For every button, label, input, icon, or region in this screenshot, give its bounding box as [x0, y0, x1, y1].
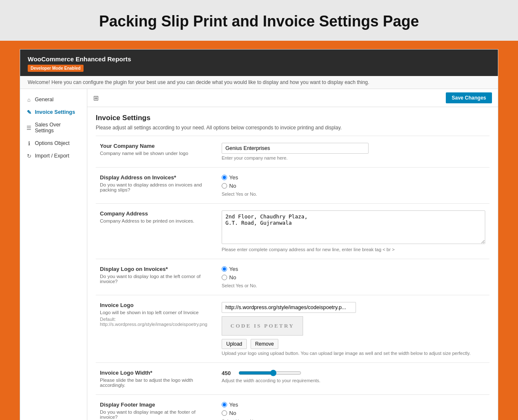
info-icon: ℹ: [26, 140, 32, 146]
sidebar: ⌂ General ✎ Invoice Settings ☰ Sales Ove…: [20, 89, 87, 420]
field-label-invoice-logo: Invoice Logo: [100, 302, 213, 308]
field-label-display-address: Display Address on Invoices*: [100, 174, 213, 181]
field-label-company-name: Your Company Name: [100, 143, 213, 149]
table-row: Invoice Logo Width* Please slide the bar…: [96, 363, 489, 395]
field-label-company-address: Company Address: [100, 210, 213, 217]
field-desc-logo-width: Please slide the bar to adjust the logo …: [100, 378, 213, 388]
radio-logo-no-input[interactable]: [222, 275, 227, 280]
radio-group-display-logo: Yes No: [222, 266, 485, 281]
sidebar-item-invoice-settings[interactable]: ✎ Invoice Settings: [20, 106, 87, 118]
field-hint-display-logo: Select Yes or No.: [222, 283, 485, 288]
bars-icon: ☰: [26, 125, 32, 131]
table-row: Display Footer Image Do you want to disp…: [96, 395, 489, 420]
table-row: Display Address on Invoices* Do you want…: [96, 168, 489, 204]
field-hint-invoice-logo: Upload your logo using upload button. Yo…: [222, 351, 485, 356]
field-desc-company-name: Company name will be shown under logo: [100, 151, 213, 156]
field-desc-footer-image: Do you want to display image at the foot…: [100, 410, 213, 420]
company-address-textarea[interactable]: 2nd Floor, Chaudhry Plaza, G.T. Road, Gu…: [222, 210, 485, 244]
field-label-logo-width: Invoice Logo Width*: [100, 370, 213, 376]
field-hint-company-address: Please enter complete company address an…: [222, 247, 485, 252]
house-icon: ⌂: [26, 97, 32, 102]
logo-width-slider[interactable]: [238, 370, 301, 376]
field-desc-company-address: Company Address to be printed on invoice…: [100, 218, 213, 223]
company-name-input[interactable]: [222, 143, 369, 154]
page-title: Packing Slip Print and Invoice Settings …: [8, 13, 510, 30]
sidebar-label-general: General: [35, 97, 53, 102]
radio-no-label: No: [229, 183, 236, 189]
orange-bar: WooCommerce Enhanced Reports Developer M…: [0, 41, 518, 420]
sidebar-item-general[interactable]: ⌂ General: [20, 93, 87, 106]
welcome-bar: Welcome! Here you can configure the plug…: [20, 76, 498, 89]
field-label-display-logo: Display Logo on Invoices*: [100, 266, 213, 272]
remove-button[interactable]: Remove: [251, 339, 279, 349]
app-header: WooCommerce Enhanced Reports Developer M…: [20, 50, 498, 76]
welcome-text: Welcome! Here you can configure the plug…: [28, 79, 369, 85]
field-default-invoice-logo: Default: http://s.wordpress.org/style/im…: [100, 317, 213, 327]
radio-footer-yes[interactable]: Yes: [222, 402, 485, 408]
radio-group-footer-image: Yes No: [222, 402, 485, 416]
sidebar-item-sales-over-settings[interactable]: ☰ Sales Over Settings: [20, 118, 87, 137]
sidebar-label-import: Import / Export: [35, 153, 69, 159]
field-desc-display-address: Do you want to display address on invoic…: [100, 182, 213, 192]
settings-table: Your Company Name Company name will be s…: [96, 136, 489, 420]
radio-no-input[interactable]: [222, 183, 227, 189]
invoice-logo-url-input[interactable]: [222, 302, 356, 313]
radio-footer-no[interactable]: No: [222, 410, 485, 416]
radio-footer-no-input[interactable]: [222, 410, 227, 416]
app-name: WooCommerce Enhanced Reports: [28, 55, 490, 63]
radio-option-yes[interactable]: Yes: [222, 174, 485, 181]
pencil-icon: ✎: [26, 109, 32, 115]
sidebar-label-invoice-settings: Invoice Settings: [35, 109, 75, 115]
main-content: ⊞ Save Changes Invoice Settings Please a…: [87, 89, 498, 420]
save-button[interactable]: Save Changes: [446, 92, 492, 103]
radio-group-display-address: Yes No: [222, 174, 485, 189]
layout: ⌂ General ✎ Invoice Settings ☰ Sales Ove…: [20, 89, 498, 420]
refresh-icon: ↻: [26, 153, 32, 159]
table-row: Display Logo on Invoices* Do you want to…: [96, 259, 489, 295]
section-title: Invoice Settings: [96, 114, 489, 122]
table-row: Company Address Company Address to be pr…: [96, 204, 489, 259]
toolbar: ⊞ Save Changes: [87, 89, 498, 107]
radio-footer-yes-label: Yes: [229, 402, 238, 408]
sidebar-item-import-export[interactable]: ↻ Import / Export: [20, 150, 87, 162]
app-container: WooCommerce Enhanced Reports Developer M…: [20, 49, 498, 420]
table-row: Invoice Logo Logo will be shown in top l…: [96, 295, 489, 363]
field-label-footer-image: Display Footer Image: [100, 402, 213, 408]
logo-preview: CODE IS POETRY: [222, 316, 303, 336]
radio-option-no[interactable]: No: [222, 183, 485, 189]
sidebar-label-sales: Sales Over Settings: [35, 122, 81, 134]
sidebar-label-options: Options Object: [35, 140, 70, 146]
radio-logo-yes[interactable]: Yes: [222, 266, 485, 272]
radio-footer-no-label: No: [229, 410, 236, 416]
table-row: Your Company Name Company name will be s…: [96, 136, 489, 168]
radio-yes-input[interactable]: [222, 175, 227, 180]
radio-logo-yes-label: Yes: [229, 266, 238, 272]
field-desc-invoice-logo: Logo will be shown in top left corner of…: [100, 310, 213, 315]
slider-value: 450: [222, 370, 234, 376]
radio-logo-no-label: No: [229, 274, 236, 281]
sidebar-item-options-object[interactable]: ℹ Options Object: [20, 137, 87, 150]
section-desc: Please adjust all settings according to …: [96, 125, 489, 131]
content-area: Invoice Settings Please adjust all setti…: [87, 107, 498, 420]
radio-yes-label: Yes: [229, 174, 238, 181]
page-title-area: Packing Slip Print and Invoice Settings …: [0, 0, 518, 41]
radio-logo-no[interactable]: No: [222, 274, 485, 281]
field-hint-company-name: Enter your company name here.: [222, 155, 485, 160]
radio-logo-yes-input[interactable]: [222, 266, 227, 272]
logo-preview-text: CODE IS POETRY: [230, 323, 294, 329]
table-icon: ⊞: [93, 94, 99, 102]
slider-container: 450: [222, 370, 485, 376]
radio-footer-yes-input[interactable]: [222, 402, 227, 407]
field-desc-display-logo: Do you want to display logo at the left …: [100, 274, 213, 284]
field-hint-logo-width: Adjust the width according to your requi…: [222, 378, 485, 383]
upload-button[interactable]: Upload: [222, 339, 247, 349]
dev-mode-badge: Developer Mode Enabled: [28, 65, 84, 72]
field-hint-display-address: Select Yes or No.: [222, 192, 485, 197]
